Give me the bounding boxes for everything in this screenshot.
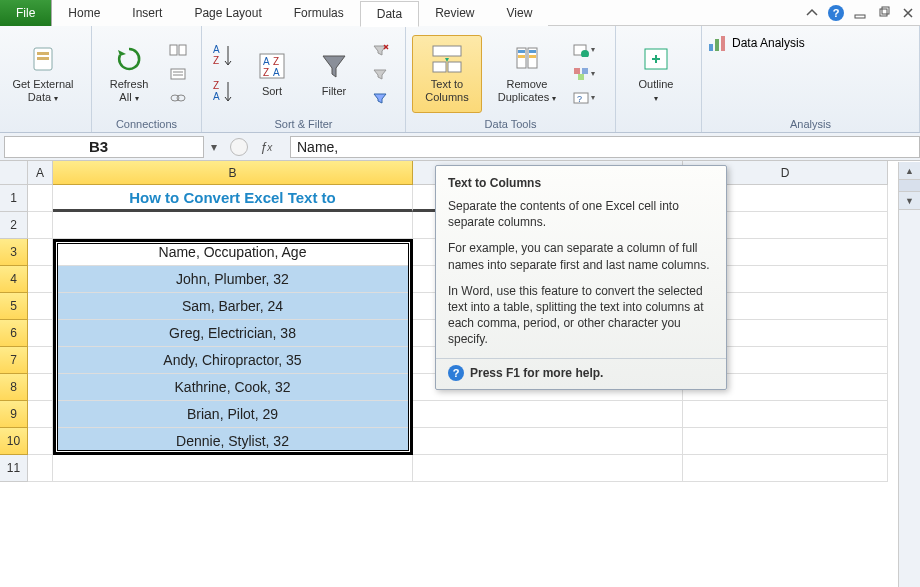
svg-text:Z: Z: [273, 56, 279, 67]
row-header-8[interactable]: 8: [0, 374, 28, 401]
svg-rect-6: [170, 45, 177, 55]
cell-c10[interactable]: [413, 428, 683, 455]
filter-button[interactable]: Filter: [306, 35, 362, 113]
cell-b5[interactable]: Sam, Barber, 24: [53, 293, 413, 320]
cell-b1[interactable]: How to Convert Excel Text to: [53, 185, 413, 212]
svg-rect-43: [721, 36, 725, 51]
row-header-10[interactable]: 10: [0, 428, 28, 455]
cell-b10[interactable]: Dennie, Stylist, 32: [53, 428, 413, 455]
tab-page-layout[interactable]: Page Layout: [178, 0, 277, 26]
minimize-ribbon-icon[interactable]: [802, 3, 822, 23]
split-handle[interactable]: [899, 180, 920, 192]
tab-insert[interactable]: Insert: [116, 0, 178, 26]
col-header-b[interactable]: B: [53, 161, 413, 185]
file-tab[interactable]: File: [0, 0, 52, 26]
svg-rect-32: [529, 55, 536, 58]
row-header-4[interactable]: 4: [0, 266, 28, 293]
sort-asc-button[interactable]: AZ: [208, 39, 238, 73]
cell-a4[interactable]: [28, 266, 53, 293]
svg-rect-26: [448, 62, 461, 72]
svg-rect-41: [709, 44, 713, 51]
formula-bar[interactable]: Name,: [290, 136, 920, 158]
help-icon[interactable]: ?: [826, 3, 846, 23]
insert-function-button[interactable]: ƒx: [260, 139, 290, 154]
cell-a6[interactable]: [28, 320, 53, 347]
get-external-data-button[interactable]: Get ExternalData ▾: [6, 35, 80, 113]
cell-c9[interactable]: [413, 401, 683, 428]
tab-formulas[interactable]: Formulas: [278, 0, 360, 26]
tab-data[interactable]: Data: [360, 1, 419, 27]
cell-a1[interactable]: [28, 185, 53, 212]
tooltip-title: Text to Columns: [448, 176, 714, 190]
filter-label: Filter: [322, 85, 346, 98]
whatif-button[interactable]: ?: [572, 87, 596, 109]
cell-c11[interactable]: [413, 455, 683, 482]
data-validation-button[interactable]: [572, 39, 596, 61]
row-header-1[interactable]: 1: [0, 185, 28, 212]
outline-button[interactable]: Outline▾: [622, 35, 690, 113]
col-header-a[interactable]: A: [28, 161, 53, 185]
cell-a11[interactable]: [28, 455, 53, 482]
close-window-icon[interactable]: [898, 3, 918, 23]
edit-links-button[interactable]: [166, 87, 190, 109]
clear-filter-button[interactable]: [368, 39, 392, 61]
tooltip-popover: Text to Columns Separate the contents of…: [435, 165, 727, 390]
vertical-scrollbar[interactable]: ▲ ▼: [898, 162, 920, 587]
cell-a8[interactable]: [28, 374, 53, 401]
name-box-dropdown[interactable]: ▾: [204, 140, 224, 154]
svg-rect-1: [880, 9, 887, 16]
refresh-icon: [113, 43, 145, 75]
scroll-down-icon[interactable]: ▼: [899, 192, 920, 210]
row-header-3[interactable]: 3: [0, 239, 28, 266]
connections-button[interactable]: [166, 39, 190, 61]
text-to-columns-button[interactable]: Text toColumns: [412, 35, 482, 113]
tab-home[interactable]: Home: [52, 0, 116, 26]
cell-b6[interactable]: Greg, Electrician, 38: [53, 320, 413, 347]
cell-b7[interactable]: Andy, Chiropractor, 35: [53, 347, 413, 374]
outline-icon: [640, 43, 672, 75]
refresh-all-button[interactable]: RefreshAll ▾: [98, 35, 160, 113]
row-header-11[interactable]: 11: [0, 455, 28, 482]
row-header-9[interactable]: 9: [0, 401, 28, 428]
cell-d10[interactable]: [683, 428, 888, 455]
svg-rect-31: [518, 55, 525, 58]
svg-rect-8: [171, 69, 185, 79]
row-header-2[interactable]: 2: [0, 212, 28, 239]
name-box[interactable]: B3: [4, 136, 204, 158]
reapply-filter-button[interactable]: [368, 63, 392, 85]
cell-b4[interactable]: John, Plumber, 32: [53, 266, 413, 293]
cell-b11[interactable]: [53, 455, 413, 482]
cell-a2[interactable]: [28, 212, 53, 239]
analysis-group-label: Analysis: [708, 117, 913, 132]
row-header-6[interactable]: 6: [0, 320, 28, 347]
tab-view[interactable]: View: [491, 0, 549, 26]
sort-desc-button[interactable]: ZA: [208, 75, 238, 109]
select-all-cell[interactable]: [0, 161, 28, 185]
cell-b2[interactable]: [53, 212, 413, 239]
cell-b9[interactable]: Brian, Pilot, 29: [53, 401, 413, 428]
data-analysis-button[interactable]: Data Analysis: [708, 34, 805, 52]
properties-button[interactable]: [166, 63, 190, 85]
svg-text:A: A: [263, 56, 270, 67]
cell-d11[interactable]: [683, 455, 888, 482]
cell-d9[interactable]: [683, 401, 888, 428]
sort-button[interactable]: AZZA Sort: [244, 35, 300, 113]
tab-review[interactable]: Review: [419, 0, 490, 26]
consolidate-button[interactable]: [572, 63, 596, 85]
refresh-label: RefreshAll ▾: [110, 78, 149, 103]
cell-b8[interactable]: Kathrine, Cook, 32: [53, 374, 413, 401]
cell-a10[interactable]: [28, 428, 53, 455]
row-header-5[interactable]: 5: [0, 293, 28, 320]
cell-a3[interactable]: [28, 239, 53, 266]
advanced-filter-button[interactable]: [368, 87, 392, 109]
remove-duplicates-button[interactable]: RemoveDuplicates ▾: [488, 35, 566, 113]
cell-a5[interactable]: [28, 293, 53, 320]
restore-window-icon[interactable]: [874, 3, 894, 23]
cell-a9[interactable]: [28, 401, 53, 428]
row-header-7[interactable]: 7: [0, 347, 28, 374]
scroll-up-icon[interactable]: ▲: [899, 162, 920, 180]
cancel-formula-icon[interactable]: [230, 138, 248, 156]
cell-a7[interactable]: [28, 347, 53, 374]
cell-b3[interactable]: Name, Occupation, Age: [53, 239, 413, 266]
minimize-window-icon[interactable]: [850, 3, 870, 23]
